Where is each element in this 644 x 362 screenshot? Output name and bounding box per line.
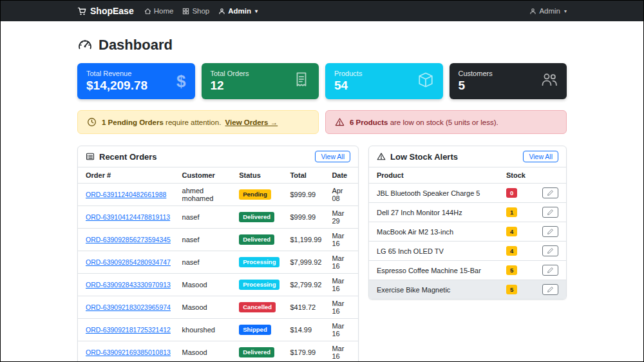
status-badge: Delivered [239,212,274,222]
caret-down-icon: ▾ [564,8,567,14]
clock-icon [87,117,97,127]
pending-orders-alert: 1 Pending Orders require attention. View… [77,110,319,134]
order-row: ORD-639092854280934747nasefProcessing$7,… [78,251,358,274]
stat-label: Total Revenue [86,70,147,77]
stat-card: Products 54 [325,63,443,99]
alerts-row: 1 Pending Orders require attention. View… [77,110,567,134]
order-row: ORD-63911240482661988ahmed mohamedPendin… [78,184,358,206]
order-link[interactable]: ORD-639092169385010813 [86,348,171,356]
pencil-icon [547,228,554,235]
order-row: ORD-639092169385010813MasoodDelivered$17… [78,341,358,362]
nav-admin-label: Admin [228,7,251,15]
orders-table: Order # Customer Status Total Date ORD-6… [78,167,358,362]
lowstock-col-product: Product [369,167,501,184]
order-link[interactable]: ORD-639092856273594345 [86,236,171,243]
alert-text: 1 Pending Orders require attention. View… [102,119,278,126]
user-menu-dropdown[interactable]: Admin ▾ [529,7,567,15]
caret-down-icon: ▾ [255,8,258,14]
lowstock-col-stock: Stock [501,167,537,184]
low-stock-row: Dell 27 Inch Monitor 144Hz1 [369,203,566,222]
main-content: Dashboard Total Revenue $14,209.78 $ Tot… [1,21,643,362]
stat-label: Customers [459,70,493,77]
order-row: ORD-639092856273594345nasefDelivered$1,1… [78,229,358,251]
nav-shop[interactable]: Shop [182,7,209,15]
orders-col-date: Date [327,167,358,184]
warning-triangle-icon [335,117,345,127]
stat-value: 5 [459,79,493,93]
stat-label: Products [334,70,362,77]
nav-home[interactable]: Home [144,7,174,15]
pencil-icon [547,189,554,196]
stat-value: 12 [211,79,249,93]
pencil-icon [547,209,554,216]
edit-product-button[interactable] [542,284,558,295]
person-icon [529,8,536,15]
stat-value: 54 [334,79,362,93]
grid-icon [182,8,189,15]
recent-orders-title: Recent Orders [86,152,157,162]
order-row: ORD-639092183023965974MasoodCancelled$41… [78,296,358,319]
nav-home-label: Home [154,7,174,15]
edit-product-button[interactable] [542,187,558,198]
order-link[interactable]: ORD-639092854280934747 [86,258,171,266]
orders-col-status: Status [234,167,285,184]
stats-grid: Total Revenue $14,209.78 $ Total Orders … [77,63,567,99]
alert-rest-text: require attention. [164,119,222,126]
status-badge: Processing [239,280,279,289]
status-badge: 4 [506,246,517,256]
nav-shop-label: Shop [192,7,209,15]
low-stock-view-all-button[interactable]: View All [523,151,558,162]
view-orders-link[interactable]: View Orders → [225,119,278,126]
status-badge: Delivered [239,347,274,357]
nav-admin-dropdown[interactable]: Admin ▾ [218,7,258,15]
alert-bold-text: 6 Products [350,119,388,126]
edit-product-button[interactable] [542,207,558,218]
order-link[interactable]: ORD-639092183023965974 [86,303,171,311]
orders-col-customer: Customer [177,167,234,184]
stat-card: Customers 5 [450,63,567,99]
order-row: ORD-639104124478819113nasefDelivered$999… [78,206,358,229]
receipt-icon [293,71,310,91]
people-icon [541,71,558,91]
house-icon [144,8,151,15]
order-link[interactable]: ORD-639104124478819113 [86,213,170,221]
status-badge: 4 [506,227,517,236]
low-stock-row: Exercise Bike Magnetic5 [369,280,566,300]
cards-row: Recent Orders View All Order # Customer … [77,146,567,362]
stat-label: Total Orders [211,70,249,77]
low-stock-title-label: Low Stock Alerts [390,152,458,162]
low-stock-row: Espresso Coffee Machine 15-Bar5 [369,261,566,280]
alert-bold-text: 1 Pending Orders [102,119,164,126]
low-stock-row: JBL Bluetooth Speaker Charge 50 [369,184,566,203]
order-link[interactable]: ORD-639092843330970913 [86,281,171,289]
person-gear-icon [218,8,225,15]
page-title-label: Dashboard [99,37,173,53]
orders-view-all-button[interactable]: View All [315,151,350,162]
list-icon [86,152,95,161]
user-menu-label: Admin [539,7,560,15]
brand-link[interactable]: ShopEase [77,6,134,16]
box-icon [417,71,434,91]
low-stock-row: LG 65 Inch OLED TV4 [369,242,566,261]
edit-product-button[interactable] [542,226,558,237]
low-stock-title: Low Stock Alerts [377,152,458,162]
orders-tbody: ORD-63911240482661988ahmed mohamedPendin… [78,184,358,362]
pencil-icon [547,286,554,293]
status-badge: 0 [506,188,517,198]
order-link[interactable]: ORD-639092181725321412 [86,326,171,334]
low-stock-card: Low Stock Alerts View All Product Stock … [368,146,567,300]
low-stock-alert: 6 Products are low on stock (5 units or … [325,110,567,134]
edit-product-button[interactable] [542,245,558,256]
status-badge: Cancelled [239,302,276,312]
edit-product-button[interactable] [542,265,558,276]
dollar-icon: $ [176,71,185,91]
cart-icon [77,6,87,16]
warning-triangle-icon [377,152,386,161]
status-badge: Shipped [239,325,270,334]
order-link[interactable]: ORD-63911240482661988 [86,191,166,198]
status-badge: Processing [239,257,279,267]
status-badge: 1 [506,207,517,217]
stat-value: $14,209.78 [86,79,147,93]
lowstock-col-action [537,167,566,184]
stat-card: Total Orders 12 [202,63,319,99]
